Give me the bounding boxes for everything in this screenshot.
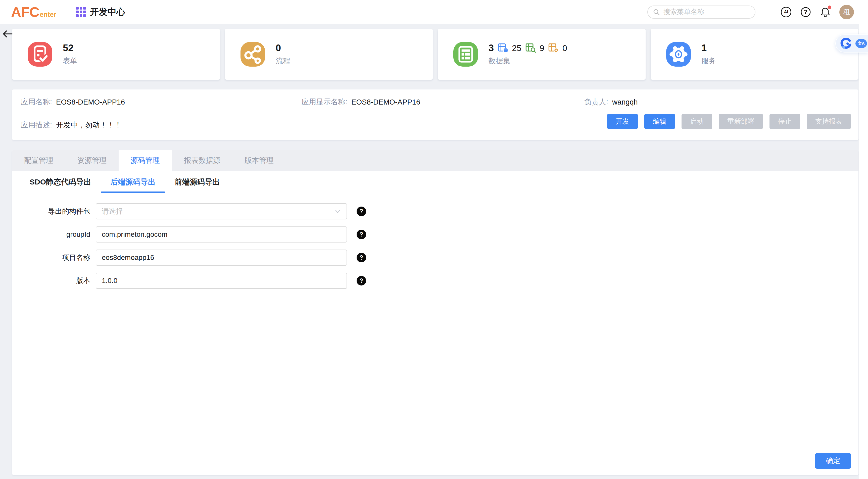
redeploy-button[interactable]: 重新部署 — [719, 114, 763, 129]
app-name-pair: 应用名称: EOS8-DEMO-APP16 — [21, 97, 125, 107]
project-name-label: 项目名称 — [12, 253, 90, 262]
datasets-label: 数据集 — [489, 56, 567, 66]
tab-version-management[interactable]: 版本管理 — [232, 150, 286, 171]
page-title: 开发中心 — [90, 6, 125, 18]
package-select-label: 导出的构件包 — [12, 207, 90, 216]
logo-sub-text: enter — [40, 11, 56, 19]
support-report-button[interactable]: 支持报表 — [807, 114, 851, 129]
stat-card-services[interactable]: 1 服务 — [651, 29, 859, 80]
groupid-input[interactable] — [102, 231, 341, 239]
header-divider — [66, 7, 66, 17]
app-info-panel: 应用名称: EOS8-DEMO-APP16 应用显示名称: EOS8-DEMO-… — [12, 89, 859, 140]
package-select[interactable]: 请选择 — [96, 203, 347, 219]
floating-assistant-widget[interactable]: 文A — [835, 34, 868, 53]
svg-text:?: ? — [804, 8, 808, 15]
datasets-sub-count-2: 9 — [539, 43, 544, 53]
develop-button[interactable]: 开发 — [607, 114, 638, 129]
app-desc-pair: 应用描述: 开发中，勿动！！！ — [21, 121, 122, 130]
services-label: 服务 — [702, 56, 716, 66]
app-display-name-pair: 应用显示名称: EOS8-DEMO-APP16 — [302, 97, 420, 107]
app-name-value: EOS8-DEMO-APP16 — [56, 98, 125, 106]
tab-source-management[interactable]: 源码管理 — [119, 150, 172, 171]
menu-search-box[interactable] — [647, 5, 755, 19]
scrollbar-track[interactable] — [859, 24, 868, 479]
package-select-placeholder: 请选择 — [102, 207, 335, 216]
project-name-row: 项目名称 ? — [12, 249, 859, 266]
edit-button[interactable]: 编辑 — [644, 114, 675, 129]
process-share-icon — [241, 42, 265, 67]
datasets-count: 3 — [489, 43, 494, 54]
app-name-label: 应用名称: — [21, 97, 52, 107]
version-row: 版本 ? — [12, 273, 859, 289]
version-input[interactable] — [102, 277, 341, 285]
subtab-frontend-export[interactable]: 前端源码导出 — [165, 171, 229, 193]
subtab-sdo-static-export[interactable]: SDO静态代码导出 — [20, 171, 101, 193]
app-owner-value: wangqh — [612, 98, 638, 106]
app-desc-label: 应用描述: — [21, 120, 52, 130]
datasets-sub-count-3: 0 — [562, 43, 567, 53]
user-avatar[interactable]: 租 — [839, 5, 854, 19]
groupid-label: groupId — [12, 231, 90, 239]
datasets-sub-count-1: 25 — [512, 43, 522, 53]
processes-label: 流程 — [276, 56, 290, 66]
app-desc-value: 开发中，勿动！！！ — [56, 120, 122, 130]
app-display-name-value: EOS8-DEMO-APP16 — [351, 98, 420, 106]
help-icon[interactable]: ? — [800, 6, 811, 18]
version-help-icon[interactable]: ? — [356, 276, 366, 286]
services-count: 1 — [702, 43, 716, 54]
dataset-table-icon — [453, 42, 478, 67]
tab-report-datasource[interactable]: 报表数据源 — [172, 150, 232, 171]
app-owner-label: 负责人: — [584, 97, 608, 107]
start-button[interactable]: 启动 — [682, 114, 712, 129]
tab-config-management[interactable]: 配置管理 — [12, 150, 65, 171]
groupid-help-icon[interactable]: ? — [356, 230, 366, 239]
back-arrow-icon[interactable] — [2, 28, 13, 39]
subtab-backend-export[interactable]: 后端源码导出 — [101, 171, 165, 193]
search-input[interactable] — [663, 8, 750, 16]
project-name-help-icon[interactable]: ? — [356, 253, 366, 262]
confirm-button[interactable]: 确定 — [815, 453, 851, 469]
main-tabs: 配置管理 资源管理 源码管理 报表数据源 版本管理 — [12, 150, 859, 171]
stat-card-datasets[interactable]: 3 25 9 — [438, 29, 646, 80]
dataset-db-table-icon — [497, 42, 508, 54]
afcenter-logo[interactable]: AFC enter — [11, 4, 56, 20]
app-header: AFC enter 开发中心 AI ? — [0, 0, 868, 24]
stat-card-forms[interactable]: 52 表单 — [12, 29, 220, 80]
notification-bell-icon[interactable] — [820, 6, 831, 18]
package-help-icon[interactable]: ? — [356, 207, 366, 216]
main-content-panel: 配置管理 资源管理 源码管理 报表数据源 版本管理 SDO静态代码导出 后端源码… — [12, 150, 859, 475]
stat-cards-row: 52 表单 0 流程 — [12, 29, 859, 80]
waffle-menu-icon[interactable] — [76, 7, 86, 17]
app-owner-pair: 负责人: wangqh — [584, 97, 638, 107]
package-select-row: 导出的构件包 请选择 ? — [12, 203, 859, 219]
version-label: 版本 — [12, 276, 90, 286]
logo-main-text: AFC — [11, 4, 39, 20]
form-doc-check-icon — [28, 42, 52, 67]
search-icon — [653, 8, 660, 16]
stat-card-processes[interactable]: 0 流程 — [225, 29, 433, 80]
backend-export-form: 导出的构件包 请选择 ? groupId ? 项目名称 ? 版本 — [12, 203, 859, 289]
dataset-search-table-icon — [525, 42, 536, 54]
groupid-row: groupId ? — [12, 227, 859, 242]
dataset-gear-table-icon — [548, 42, 559, 54]
stop-button[interactable]: 停止 — [770, 114, 800, 129]
source-subtabs: SDO静态代码导出 后端源码导出 前端源码导出 — [20, 171, 851, 193]
tab-resource-management[interactable]: 资源管理 — [65, 150, 119, 171]
forms-count: 52 — [63, 43, 78, 54]
project-name-input[interactable] — [102, 253, 341, 262]
processes-count: 0 — [276, 43, 290, 54]
forms-label: 表单 — [63, 56, 78, 66]
service-gear-icon — [666, 42, 691, 67]
app-action-buttons: 开发 编辑 启动 重新部署 停止 支持报表 — [607, 114, 851, 129]
chevron-down-icon — [335, 208, 341, 215]
translate-icon[interactable]: 文A — [856, 39, 867, 48]
assistant-logo-icon — [840, 37, 852, 50]
ai-assistant-icon[interactable]: AI — [780, 6, 792, 18]
app-display-name-label: 应用显示名称: — [302, 97, 347, 107]
notification-badge — [828, 5, 831, 9]
